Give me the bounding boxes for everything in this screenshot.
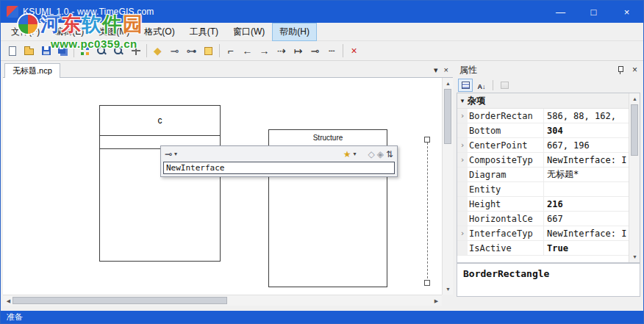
categorized-view-button[interactable] — [458, 79, 473, 92]
dotted-line-button[interactable]: ┄ — [323, 43, 340, 60]
show-fields-icon[interactable]: ◇ — [368, 150, 374, 159]
panel-close-icon[interactable]: × — [632, 65, 637, 75]
new-association-button[interactable]: ⊶ — [183, 43, 200, 60]
fit-window-button[interactable] — [76, 43, 93, 60]
selection-handle-top[interactable] — [424, 137, 430, 143]
bar-arrow-button[interactable]: ↦ — [290, 43, 307, 60]
toolbar-separator — [219, 44, 220, 57]
tab-untitled[interactable]: 无标题.ncp — [4, 63, 60, 78]
new-class-button[interactable]: ◆ — [149, 43, 166, 60]
row-margin — [457, 241, 468, 255]
property-row[interactable]: Diagram 无标题* — [457, 168, 629, 182]
menu-item-格式(O)[interactable]: 格式(O) — [137, 23, 182, 41]
property-value[interactable]: 304 — [544, 123, 629, 137]
tab-close-icon[interactable]: × — [444, 65, 448, 74]
dashed-arrow-button[interactable]: ⇢ — [273, 43, 290, 60]
property-value[interactable]: 无标题* — [544, 168, 629, 181]
name-editor-input[interactable] — [163, 162, 395, 174]
menu-item-窗口(W)[interactable]: 窗口(W) — [226, 23, 272, 41]
property-value[interactable]: 667 — [544, 212, 629, 226]
property-value[interactable]: NewInterface: I — [544, 153, 629, 167]
property-value[interactable] — [544, 182, 629, 196]
save-file-icon — [42, 46, 51, 55]
property-row[interactable]: › CenterPoint 667, 196 — [457, 138, 629, 153]
property-row[interactable]: › InterfaceTyp NewInterface: I — [457, 226, 629, 241]
menu-item-帮助(H)[interactable]: 帮助(H) — [272, 23, 317, 41]
property-value[interactable]: 586, 88, 162, — [544, 109, 629, 123]
grid-vertical-scrollbar[interactable]: ▲ ▼ — [629, 93, 640, 262]
vertical-scroll-thumb[interactable] — [444, 89, 451, 144]
status-text: 准备 — [7, 312, 23, 323]
minimize-button[interactable]: — — [544, 1, 577, 23]
pin-icon[interactable] — [616, 65, 625, 75]
grid-scroll-thumb[interactable] — [631, 104, 638, 156]
alphabetical-sort-button[interactable] — [474, 79, 489, 92]
property-value[interactable]: 667, 196 — [544, 138, 629, 152]
scroll-up-icon[interactable]: ▲ — [629, 93, 640, 104]
property-category[interactable]: ▾ 杂项 — [457, 93, 629, 109]
pan-tool-button[interactable] — [127, 43, 144, 60]
add-member-icon[interactable]: ★ — [343, 150, 351, 159]
new-note-button[interactable] — [200, 43, 217, 60]
open-file-button[interactable] — [21, 43, 37, 60]
az-sort-icon — [478, 79, 486, 92]
property-value[interactable]: 216 — [544, 197, 629, 211]
circle-connector-button[interactable]: ⊸ — [307, 43, 323, 60]
property-row[interactable]: Entity — [457, 182, 629, 197]
property-row[interactable]: IsActive True — [457, 241, 629, 256]
zoom-out-icon — [97, 46, 107, 56]
new-file-button[interactable] — [4, 43, 21, 60]
arrow-left-button[interactable]: ← — [239, 43, 256, 60]
zoom-out-button[interactable] — [93, 43, 110, 60]
tab-label: 无标题.ncp — [12, 65, 52, 76]
add-member-dropdown-icon[interactable]: ▾ — [353, 151, 356, 157]
canvas-vertical-scrollbar[interactable]: ▲ ▼ — [442, 78, 453, 295]
scroll-down-icon[interactable]: ▼ — [629, 251, 640, 262]
property-row[interactable]: HorizontalCe 667 — [457, 212, 629, 226]
property-row[interactable]: › CompositeTyp NewInterface: I — [457, 153, 629, 168]
title-bar[interactable]: KSUML 1.0 - www.TimeGIS.com — □ × — [1, 1, 643, 23]
connector-type-icon[interactable]: ⊸ — [165, 150, 172, 159]
connector-dropdown-icon[interactable]: ▾ — [174, 151, 177, 157]
row-margin — [457, 168, 468, 181]
expand-icon[interactable]: › — [460, 156, 465, 164]
category-label: 杂项 — [468, 95, 485, 107]
tab-list-dropdown-icon[interactable]: ▾ — [434, 65, 438, 75]
scroll-down-icon[interactable]: ▼ — [443, 284, 454, 295]
collapse-icon[interactable]: ▾ — [457, 97, 468, 104]
expand-icon[interactable]: › — [460, 229, 465, 237]
menu-item-工具(T)[interactable]: 工具(T) — [182, 23, 226, 41]
elbow-connector-button[interactable]: ⌐ — [222, 43, 239, 60]
scroll-right-icon[interactable]: ▶ — [431, 295, 442, 306]
expand-icon[interactable]: › — [460, 141, 465, 149]
show-properties-icon[interactable]: ◈ — [377, 150, 384, 159]
properties-title: 属性 — [459, 64, 477, 76]
maximize-button[interactable]: □ — [577, 1, 610, 23]
property-value[interactable]: True — [544, 241, 629, 255]
save-all-button[interactable] — [54, 43, 71, 60]
scroll-up-icon[interactable]: ▲ — [443, 78, 454, 89]
menu-item-文件(F)[interactable]: 文件(F) — [4, 23, 47, 41]
property-row[interactable]: Height 216 — [457, 197, 629, 212]
close-button[interactable]: × — [610, 1, 643, 23]
expand-icon[interactable]: › — [460, 112, 465, 120]
sort-members-icon[interactable]: ⇅ — [386, 150, 393, 159]
zoom-in-button[interactable] — [110, 43, 127, 60]
class-shape[interactable]: c — [99, 105, 221, 262]
save-file-button[interactable] — [37, 43, 54, 60]
delete-button[interactable]: × — [346, 43, 362, 60]
selection-handle-bottom[interactable] — [424, 280, 430, 286]
property-name: HorizontalCe — [468, 212, 544, 226]
arrow-right-button[interactable]: → — [256, 43, 273, 60]
canvas-horizontal-scrollbar[interactable]: ◀ ▶ — [3, 295, 442, 306]
diagram-canvas[interactable]: c Structure ⊸ ▾ ★ ▾ ◇ ◈ ⇅ — [3, 78, 442, 295]
horizontal-scroll-thumb[interactable] — [12, 297, 227, 304]
toolbar-separator — [493, 80, 493, 90]
menu-item-类图(M)[interactable]: 类图(M) — [91, 23, 137, 41]
property-row[interactable]: Bottom 304 — [457, 123, 629, 138]
new-interface-button[interactable]: ⊸ — [166, 43, 183, 60]
property-row[interactable]: › BorderRectan 586, 88, 162, — [457, 109, 629, 123]
tab-tools: ▾ × — [434, 62, 453, 77]
property-value[interactable]: NewInterface: I — [544, 226, 629, 240]
menu-item-编辑(E)[interactable]: 编辑(E) — [47, 23, 91, 41]
